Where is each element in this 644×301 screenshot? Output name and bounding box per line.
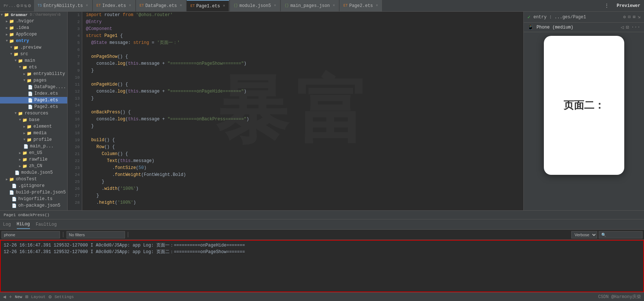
sidebar-item-ohostest[interactable]: ▶ 📁 ohosTest [0, 176, 67, 183]
sidebar-item-page1[interactable]: 📄 Page1.ets [0, 97, 67, 104]
entryability-chevron: ▶ [23, 72, 25, 76]
sidebar-item-idea[interactable]: ▶ 📁 .idea [0, 25, 67, 31]
log-output[interactable]: 12-26 16:16:47.391 129532-127000 I A0c0d… [0, 240, 644, 292]
layout-icon[interactable]: ⊡ [628, 14, 630, 20]
tab-bar: Pr... ⚙ ≡ ⇅ ⚙ TS EntryAbility.ts × ET In… [0, 0, 644, 12]
tab-hilog[interactable]: HiLog [17, 220, 30, 229]
tab-ets-icon-3: ET [190, 4, 195, 8]
base-label: base [29, 117, 39, 123]
previewer-path-label: entry : ...ges/Page1 [533, 15, 586, 20]
sidebar-item-element[interactable]: ▶ 📁 element [0, 123, 67, 130]
sidebar-item-module-json[interactable]: 📄 module.json5 [0, 169, 67, 176]
device-filter-input[interactable] [1, 231, 60, 238]
idea-folder-icon: 📁 [9, 26, 14, 30]
rawfile-folder-icon: 📁 [22, 157, 27, 162]
hvigorfile-icon: 📄 [12, 197, 17, 202]
tab-datapage-close[interactable]: × [180, 4, 182, 8]
preview-folder-icon: 📁 [14, 45, 19, 50]
sidebar-item-profile[interactable]: ▼ 📁 profile [0, 136, 67, 143]
sidebar-item-pages[interactable]: ▼ 📁 pages [0, 77, 67, 84]
sidebar-item-enus[interactable]: ▶ 📁 en_US [0, 150, 67, 156]
collapse-icon[interactable]: ◀ [3, 294, 6, 300]
tab-entryability-close[interactable]: × [86, 4, 88, 8]
previewer-panel: ✓ entry : ...ges/Page1 ⚙ ⊡ ⊞ ⇲ 📱 Phone (… [523, 12, 644, 210]
sidebar-item-preview[interactable]: ▼ 📁 .preview [0, 44, 67, 51]
sidebar-item-ohpackage[interactable]: 📄 oh-package.json5 [0, 202, 67, 209]
tab-log[interactable]: Log [3, 221, 11, 229]
sidebar-item-resources[interactable]: ▼ 📁 resources [0, 110, 67, 117]
nav2-icon: ⇅ [24, 3, 27, 9]
previewer-tab-label[interactable]: Previewer [617, 3, 640, 8]
line-gutter: 1 2 3 4 5 6 7 8 9 10 11 12 13 14 15 16 1… [68, 12, 82, 210]
sidebar-item-zhcn[interactable]: ▶ 📁 zh_CN [0, 163, 67, 169]
sidebar-item-media[interactable]: ▶ 📁 media [0, 130, 67, 136]
expand-icon[interactable]: ⇲ [638, 14, 640, 20]
layout-label[interactable]: Layout [31, 295, 46, 299]
ohostest-label: ohosTest [16, 177, 37, 182]
sidebar-item-appscope[interactable]: ▶ 📁 AppScope [0, 31, 67, 38]
src-chevron: ▼ [10, 52, 12, 56]
sidebar-item-base[interactable]: ▼ 📁 base [0, 117, 67, 123]
log-search-input[interactable] [599, 231, 643, 238]
code-line-13: } [86, 95, 520, 102]
code-area[interactable]: import router from '@ohos.router' @Entry… [82, 12, 523, 210]
check-icon: ✓ [527, 14, 530, 20]
media-folder-icon: 📁 [27, 131, 32, 136]
sidebar-item-hvigorfile[interactable]: 📄 hvigorfile.ts [0, 196, 67, 202]
tab-page2[interactable]: ET Page2.ets × [340, 0, 382, 11]
rotate-icon[interactable]: ⊡ [626, 24, 629, 30]
settings-label[interactable]: Settings [54, 295, 74, 299]
sidebar-item-src[interactable]: ▼ 📁 src [0, 51, 67, 57]
tab-module[interactable]: {} module.json5 × [230, 0, 280, 11]
tab-faultlog[interactable]: FaultLog [36, 221, 57, 229]
tab-module-label: module.json5 [239, 3, 271, 8]
sidebar-item-hvigor[interactable]: ▶ 📁 .hvigor [0, 18, 67, 25]
sidebar-item-gitignore[interactable]: 📄 .gitignore [0, 183, 67, 189]
more-icon[interactable]: ⊞ [633, 14, 636, 20]
sidebar-item-page2[interactable]: 📄 Page2.ets [0, 104, 67, 110]
page2-file-label: Page2.ets [34, 104, 58, 109]
tab-datapage[interactable]: ET DataPage.ets × [136, 0, 186, 11]
sidebar-item-entry[interactable]: ▼ 📁 entry [0, 38, 67, 44]
element-chevron: ▶ [23, 125, 25, 129]
ohpackage-icon: 📄 [12, 203, 17, 208]
sidebar-item-ets[interactable]: ▼ 📁 ets [0, 64, 67, 71]
more-tabs-icon[interactable]: ⋮ [604, 3, 609, 9]
tab-page1-close[interactable]: × [223, 4, 225, 8]
tab-index[interactable]: ET Index.ets × [93, 0, 135, 11]
tab-mainpages-close[interactable]: × [333, 4, 335, 8]
settings-icon2[interactable]: ⚙ [623, 14, 626, 20]
tab-page2-close[interactable]: × [376, 4, 378, 8]
sidebar-item-mainp[interactable]: 📄 main_p... [0, 143, 67, 150]
line-5: 5 [68, 39, 80, 46]
more-preview-icon[interactable]: ··· [631, 24, 640, 30]
sidebar-item-build-profile[interactable]: 📄 build-profile.json5 [0, 189, 67, 196]
rawfile-chevron: ▶ [19, 158, 21, 162]
page2-file-icon: 📄 [28, 105, 33, 109]
tab-page1[interactable]: ET Page1.ets × [187, 0, 229, 11]
csdn-watermark: CSDN @Harmony庆柴 [598, 294, 641, 300]
idea-chevron: ▶ [6, 26, 8, 30]
build-profile-icon: 📄 [9, 190, 14, 195]
profile-label: profile [33, 137, 52, 142]
code-line-28: .height('100%') [86, 199, 520, 206]
tab-index-close[interactable]: × [129, 4, 131, 8]
breadcrumb-bar: Page1 onBackPress() [0, 210, 644, 219]
line-9: 9 [68, 67, 80, 74]
verbose-select[interactable]: Verbose Debug Info Warn Error [571, 231, 597, 238]
code-line-16: console.log(this.message + "==========on… [86, 116, 520, 123]
tab-module-close[interactable]: × [274, 4, 276, 8]
filter-text-input[interactable] [67, 231, 125, 238]
sidebar-root[interactable]: ▼ 📁 Grammar D:\harmonyos\G [0, 12, 67, 18]
sidebar-item-index[interactable]: 📄 Index.ets [0, 90, 67, 97]
sidebar-item-datapage[interactable]: 📄 DataPage.... [0, 84, 67, 90]
tab-entryability[interactable]: TS EntryAbility.ts × [34, 0, 92, 11]
sidebar-item-rawfile[interactable]: ▶ 📁 rawfile [0, 156, 67, 163]
back-icon[interactable]: ◁ [621, 24, 624, 30]
tab-mainpages[interactable]: {} main_pages.json × [281, 0, 339, 11]
sidebar-item-entryability[interactable]: ▶ 📁 entryability [0, 71, 67, 77]
sidebar-item-main[interactable]: ▼ 📁 main [0, 57, 67, 64]
code-line-14 [86, 102, 520, 109]
line-22: 22 [68, 158, 80, 165]
new-label[interactable]: New [15, 295, 22, 299]
